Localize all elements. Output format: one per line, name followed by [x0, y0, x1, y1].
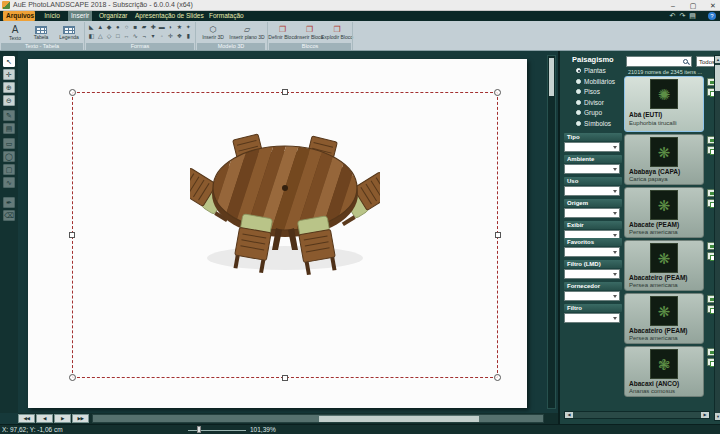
redo-icon[interactable]: ↷: [678, 11, 687, 21]
rectangle-tool[interactable]: ▭: [3, 138, 15, 149]
minimize-icon[interactable]: –: [666, 1, 680, 10]
tab-inserir[interactable]: Inserir: [68, 11, 92, 21]
close-icon[interactable]: ✕: [706, 1, 720, 10]
scroll-down-icon[interactable]: ▼: [715, 413, 720, 420]
selection-handle-bottom-right[interactable]: [494, 374, 501, 381]
shape-icon[interactable]: ◗: [166, 23, 175, 32]
category-plantas[interactable]: Plantas: [576, 66, 606, 75]
shape-icon[interactable]: ✚: [149, 23, 158, 32]
vertical-scrollbar-thumb[interactable]: [549, 58, 554, 96]
inserir-bloco-button[interactable]: ❐ Inserir Bloco: [297, 22, 322, 43]
filter-select-origem[interactable]: [564, 208, 620, 218]
tab-apresentacao[interactable]: Apresentação de Slides: [132, 11, 200, 21]
filter-select-ambiente[interactable]: [564, 164, 620, 174]
texto-button[interactable]: A Texto: [4, 22, 26, 43]
panel-scrollbar-thumb[interactable]: [715, 65, 720, 91]
plant-card[interactable]: ❋ Ababaya (CAPA) Carica papaya: [624, 134, 704, 185]
shape-icon[interactable]: ▰: [140, 23, 149, 32]
category-divisor[interactable]: Divisor: [576, 98, 604, 107]
shape-icon[interactable]: □: [113, 32, 122, 41]
fill-tool[interactable]: ▤: [3, 123, 15, 134]
scroll-right-icon[interactable]: ▶: [701, 412, 709, 418]
selection-handle-top-right[interactable]: [494, 89, 501, 96]
shape-icon[interactable]: ▲: [96, 23, 105, 32]
erase-tool[interactable]: ⌫: [3, 210, 15, 221]
selection-handle-left-mid[interactable]: [69, 232, 75, 238]
filter-select-favoritos[interactable]: [564, 247, 620, 257]
panel-horizontal-scrollbar[interactable]: ◀ ▶: [564, 411, 710, 419]
shape-icon[interactable]: ▮: [184, 32, 193, 41]
shape-icon[interactable]: ○: [122, 23, 131, 32]
curve-tool[interactable]: ∿: [3, 177, 15, 188]
shape-icon[interactable]: ▬: [157, 23, 166, 32]
undo-icon[interactable]: ↶: [668, 11, 677, 21]
nav-prev-button[interactable]: ◀: [36, 414, 53, 423]
nav-last-button[interactable]: ▶▶: [72, 414, 89, 423]
shape-icon[interactable]: ▾: [149, 32, 158, 41]
filter-select-fornecedor[interactable]: [564, 291, 620, 301]
tab-organizar[interactable]: Organizar: [96, 11, 128, 21]
shape-icon[interactable]: ◧: [87, 32, 96, 41]
shape-icon[interactable]: ❖: [175, 32, 184, 41]
plant-card[interactable]: ❋ Abacate (PEAM) Persea americana: [624, 187, 704, 238]
nav-next-button[interactable]: ▶: [54, 414, 71, 423]
shape-icon[interactable]: ★: [175, 23, 184, 32]
plant-card[interactable]: ✺ Abá (EUTI) Euphorbia tirucalli: [624, 76, 704, 132]
shape-icon[interactable]: ◣: [87, 23, 96, 32]
shape-icon[interactable]: ↔: [122, 32, 131, 41]
shape-icon[interactable]: ∿: [131, 32, 140, 41]
shape-icon[interactable]: ✦: [184, 23, 193, 32]
shape-icon[interactable]: ◦: [157, 32, 166, 41]
zoom-slider-thumb[interactable]: [197, 426, 201, 433]
zoom-in-tool[interactable]: ⊕: [3, 82, 15, 93]
filter-select-uso[interactable]: [564, 186, 620, 196]
maximize-icon[interactable]: ▢: [686, 1, 700, 10]
nav-first-button[interactable]: ◀◀: [18, 414, 35, 423]
vertical-scrollbar[interactable]: [547, 55, 556, 409]
edit-tool[interactable]: ✎: [3, 110, 15, 121]
selection-handle-top-left[interactable]: [69, 89, 76, 96]
help-icon[interactable]: ?: [708, 12, 716, 20]
category-mobiliarios[interactable]: Mobiliários: [576, 77, 615, 86]
horizontal-scrollbar-thumb[interactable]: [319, 416, 479, 422]
panel-vertical-scrollbar[interactable]: ▲ ▼: [714, 55, 720, 421]
inserir-3d-button[interactable]: ⬡ Inserir 3D: [198, 22, 228, 43]
search-icon[interactable]: [683, 59, 688, 64]
selection-handle-bottom-left[interactable]: [69, 374, 76, 381]
canvas[interactable]: [18, 51, 558, 413]
shape-icon[interactable]: ◆: [105, 23, 114, 32]
pen-tool[interactable]: ✒: [3, 197, 15, 208]
shape-icon[interactable]: ¬: [140, 32, 149, 41]
shape-icon[interactable]: ◇: [105, 32, 114, 41]
horizontal-scrollbar[interactable]: [92, 414, 544, 423]
pan-tool[interactable]: ✛: [3, 69, 15, 80]
shape-icon[interactable]: ■: [131, 23, 140, 32]
scroll-left-icon[interactable]: ◀: [565, 412, 573, 418]
plant-card[interactable]: ❃ Abacaxi (ANCO) Ananas comosus: [624, 346, 704, 397]
zoom-out-tool[interactable]: ⊖: [3, 95, 15, 106]
inserir-plano-3d-button[interactable]: ▱ Inserir plano 3D: [230, 22, 264, 43]
search-input[interactable]: [627, 57, 683, 66]
explodir-bloco-button[interactable]: ❐ Explodir Bloco: [324, 22, 350, 43]
scroll-up-icon[interactable]: ▲: [715, 56, 720, 63]
select-tool[interactable]: ↖: [3, 56, 15, 67]
legenda-button[interactable]: Legenda: [56, 22, 82, 43]
selection-handle-right-mid[interactable]: [495, 232, 501, 238]
rounded-rect-tool[interactable]: ▢: [3, 164, 15, 175]
shape-icon[interactable]: ✛: [166, 32, 175, 41]
filter-select-filtro-lmd[interactable]: [564, 269, 620, 279]
plant-card[interactable]: ❋ Abacateiro (PEAM) Persea americana: [624, 293, 704, 344]
filter-select-tipo[interactable]: [564, 142, 620, 152]
ellipse-tool[interactable]: ◯: [3, 151, 15, 162]
tab-formatacao[interactable]: Formatação: [206, 11, 242, 21]
shape-icon[interactable]: ●: [113, 23, 122, 32]
selection-box[interactable]: [72, 92, 498, 378]
selection-handle-bottom-mid[interactable]: [282, 375, 288, 381]
tab-inicio[interactable]: Início: [40, 11, 64, 21]
tabela-button[interactable]: Tabela: [29, 22, 53, 43]
filter-select-filtro[interactable]: [564, 313, 620, 323]
selection-handle-top-mid[interactable]: [282, 89, 288, 95]
definir-bloco-button[interactable]: ❐ Definir Bloco: [270, 22, 295, 43]
save-icon[interactable]: ▤: [688, 11, 697, 21]
category-simbolos[interactable]: Símbolos: [576, 119, 611, 128]
